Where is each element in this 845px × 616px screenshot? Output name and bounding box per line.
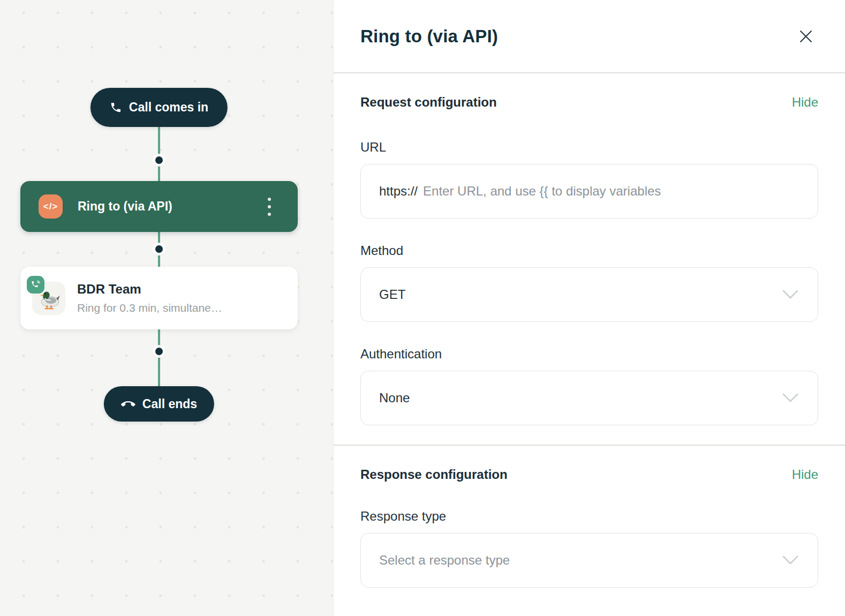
request-hide-link[interactable]: Hide [792,95,818,110]
chevron-down-icon [781,555,799,566]
bdr-team-title: BDR Team [77,282,222,297]
request-configuration-heading: Request configuration [360,95,497,110]
bdr-team-subtitle: Ring for 0.3 min, simultane… [77,302,222,314]
url-prefix: https:// [379,184,418,199]
url-label: URL [360,140,818,155]
flow-canvas[interactable]: Call comes in </> Ring to (via API) [0,0,333,616]
response-configuration-heading: Response configuration [360,467,508,482]
phone-down-icon [121,397,135,411]
node-menu-button[interactable] [265,194,274,219]
request-configuration-section: Request configuration Hide URL https:// … [334,73,845,425]
phone-icon [110,101,122,114]
connector-add-node[interactable] [155,245,163,253]
connector-add-node[interactable] [155,156,163,164]
method-value: GET [379,287,405,302]
authentication-label: Authentication [360,347,818,362]
call-comes-in-node[interactable]: Call comes in [90,88,228,127]
authentication-value: None [379,390,410,405]
authentication-select[interactable]: None [360,371,818,425]
response-type-select[interactable]: Select a response type [360,533,818,588]
response-type-placeholder: Select a response type [379,553,510,568]
flow-connector-line [158,107,160,404]
call-comes-in-label: Call comes in [129,100,208,115]
ring-to-api-label: Ring to (via API) [78,199,265,214]
call-ends-node[interactable]: Call ends [104,386,214,422]
panel-header: Ring to (via API) [334,0,845,73]
connector-add-node[interactable] [155,348,163,355]
method-select[interactable]: GET [360,267,818,322]
call-ends-label: Call ends [142,397,197,411]
ringing-phone-badge-icon [27,276,44,294]
code-icon: </> [39,194,63,219]
response-configuration-section: Response configuration Hide Response typ… [334,446,845,588]
chevron-down-icon [781,289,799,300]
ring-to-api-node[interactable]: </> Ring to (via API) [20,181,298,232]
url-input[interactable] [423,184,799,199]
response-type-label: Response type [360,509,818,524]
close-icon [797,27,815,46]
method-label: Method [360,243,818,258]
chevron-down-icon [781,393,799,403]
response-hide-link[interactable]: Hide [792,467,818,482]
bdr-team-node[interactable]: BDR Team Ring for 0.3 min, simultane… [20,267,298,329]
url-field[interactable]: https:// [360,164,818,219]
node-config-panel: Ring to (via API) Request configuration … [333,0,845,616]
panel-title: Ring to (via API) [360,26,498,47]
close-button[interactable] [794,24,818,49]
